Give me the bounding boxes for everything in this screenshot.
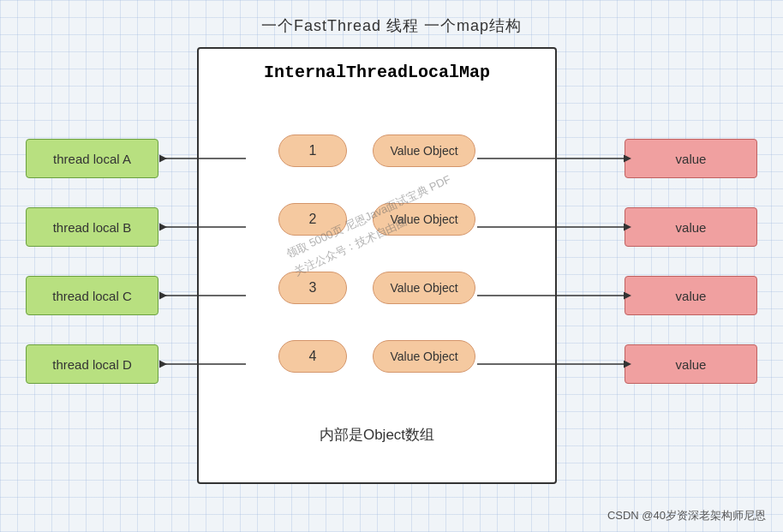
- index-box-4: 4: [278, 340, 347, 373]
- map-title: InternalThreadLocalMap: [199, 49, 555, 91]
- thread-local-a: thread local A: [26, 139, 158, 178]
- table-row: 4 Value Object: [199, 322, 555, 391]
- index-box-3: 3: [278, 272, 347, 304]
- value-box-2: value: [625, 207, 757, 247]
- thread-local-b: thread local B: [26, 207, 158, 247]
- table-row: 3 Value Object: [199, 254, 555, 322]
- value-object-box-2: Value Object: [373, 203, 475, 236]
- thread-local-c: thread local C: [26, 276, 158, 315]
- value-object-box-4: Value Object: [373, 340, 475, 373]
- footer: CSDN @40岁资深老架构师尼恩: [607, 508, 766, 523]
- value-object-box-3: Value Object: [373, 272, 475, 304]
- page-title: 一个FastThread 线程 一个map结构: [0, 0, 783, 36]
- value-box-4: value: [625, 344, 757, 384]
- value-object-box-1: Value Object: [373, 134, 475, 167]
- table-row: 1 Value Object: [199, 117, 555, 185]
- bottom-label: 内部是Object数组: [199, 425, 555, 445]
- map-container: InternalThreadLocalMap 1 Value Object 2 …: [197, 47, 557, 484]
- value-box-1: value: [625, 139, 757, 178]
- table-row: 2 Value Object: [199, 185, 555, 254]
- thread-local-d: thread local D: [26, 344, 158, 384]
- index-box-1: 1: [278, 134, 347, 167]
- rows-area: 1 Value Object 2 Value Object 3 Value Ob…: [199, 99, 555, 408]
- value-box-3: value: [625, 276, 757, 315]
- index-box-2: 2: [278, 203, 347, 236]
